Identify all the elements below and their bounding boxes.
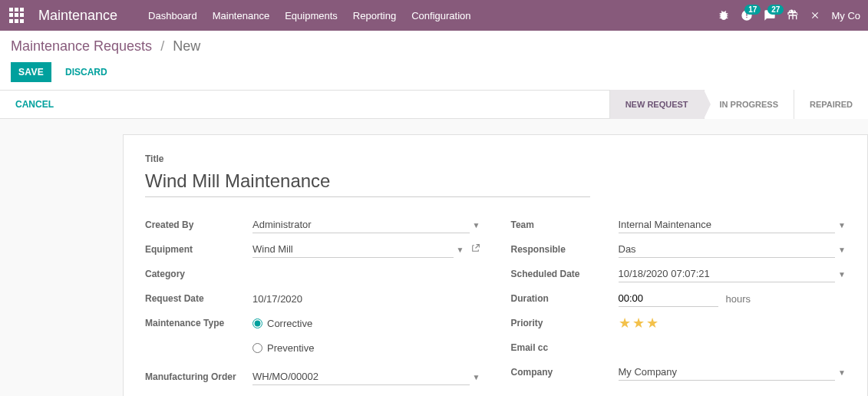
activities-icon[interactable]: 17: [741, 9, 753, 21]
responsible-input[interactable]: [619, 241, 836, 258]
label-responsible: Responsible: [511, 244, 619, 255]
main-menu: Dashboard Maintenance Equipments Reporti…: [148, 10, 470, 21]
nav-maintenance[interactable]: Maintenance: [213, 10, 269, 21]
request-date-value: 10/17/2020: [252, 293, 302, 305]
apps-icon[interactable]: [8, 6, 26, 25]
breadcrumb-bar: Maintenance Requests / New: [0, 31, 868, 58]
bug-icon[interactable]: [718, 9, 730, 21]
label-equipment: Equipment: [145, 244, 252, 255]
messages-icon[interactable]: 27: [764, 9, 776, 21]
label-manufacturing-order: Manufacturing Order: [145, 371, 252, 382]
radio-corrective-label: Corrective: [267, 318, 312, 329]
team-input[interactable]: [619, 216, 836, 233]
label-email-cc: Email cc: [511, 342, 619, 353]
chevron-down-icon[interactable]: ▼: [838, 368, 846, 377]
topbar: Maintenance Dashboard Maintenance Equipm…: [0, 0, 868, 31]
scheduled-date-input[interactable]: [619, 266, 836, 282]
left-column: Created By ▼ Equipment ▼ Category: [145, 216, 480, 396]
chevron-down-icon[interactable]: ▼: [457, 246, 464, 254]
label-company: Company: [511, 367, 619, 378]
save-button[interactable]: SAVE: [11, 62, 51, 82]
action-bar: SAVE DISCARD: [0, 58, 868, 90]
star-icon[interactable]: ★: [632, 315, 645, 332]
star-icon[interactable]: ★: [646, 315, 658, 332]
label-scheduled-date: Scheduled Date: [511, 269, 619, 279]
status-in-progress[interactable]: IN PROGRESS: [704, 90, 794, 119]
priority-stars: ★ ★ ★: [619, 315, 658, 332]
chevron-down-icon[interactable]: ▼: [473, 221, 480, 229]
status-tabs: NEW REQUEST IN PROGRESS REPAIRED: [609, 90, 868, 119]
messages-badge: 27: [767, 5, 784, 15]
chevron-down-icon[interactable]: ▼: [838, 221, 846, 229]
breadcrumb-root[interactable]: Maintenance Requests: [11, 38, 152, 54]
label-duration: Duration: [511, 293, 619, 304]
radio-corrective-input[interactable]: [252, 318, 262, 328]
nav-configuration[interactable]: Configuration: [411, 10, 470, 21]
gift-icon[interactable]: [787, 9, 799, 21]
brand-title: Maintenance: [38, 8, 117, 24]
work-order-input[interactable]: [252, 393, 470, 396]
label-category: Category: [145, 269, 252, 279]
chevron-down-icon[interactable]: ▼: [838, 246, 846, 254]
label-maintenance-type: Maintenance Type: [145, 318, 252, 328]
radio-preventive-input[interactable]: [252, 343, 262, 353]
breadcrumb-sep: /: [160, 38, 164, 54]
created-by-input[interactable]: [252, 216, 470, 233]
right-column: Team ▼ Responsible ▼ Scheduled Date ▼: [511, 216, 847, 396]
chevron-down-icon[interactable]: ▼: [838, 270, 846, 279]
radio-preventive[interactable]: Preventive: [252, 342, 314, 354]
nav-equipments[interactable]: Equipments: [285, 10, 338, 21]
breadcrumb: Maintenance Requests / New: [11, 38, 857, 54]
label-created-by: Created By: [145, 219, 252, 230]
label-request-date: Request Date: [145, 293, 252, 304]
topbar-right: 17 27 My Co: [718, 9, 860, 21]
star-icon[interactable]: ★: [619, 315, 631, 332]
external-link-icon[interactable]: [470, 243, 480, 256]
discard-button[interactable]: DISCARD: [58, 62, 115, 82]
form-sheet: Title Created By ▼ Equipment ▼: [123, 134, 868, 396]
chevron-down-icon[interactable]: ▼: [473, 373, 480, 381]
radio-preventive-label: Preventive: [267, 342, 314, 354]
status-row: CANCEL NEW REQUEST IN PROGRESS REPAIRED: [0, 90, 868, 119]
company-name[interactable]: My Co: [831, 10, 860, 21]
duration-input[interactable]: [619, 290, 718, 307]
title-label: Title: [145, 153, 846, 164]
manufacturing-order-input[interactable]: [252, 368, 470, 385]
close-icon[interactable]: [810, 10, 820, 21]
title-input[interactable]: [145, 167, 590, 197]
company-input[interactable]: [619, 364, 836, 381]
nav-reporting[interactable]: Reporting: [353, 10, 396, 21]
label-priority: Priority: [511, 318, 619, 328]
equipment-input[interactable]: [252, 241, 454, 258]
activities-badge: 17: [744, 5, 761, 15]
nav-dashboard[interactable]: Dashboard: [148, 10, 197, 21]
status-new-request[interactable]: NEW REQUEST: [609, 90, 704, 119]
hours-label: hours: [726, 293, 751, 305]
status-repaired[interactable]: REPAIRED: [794, 90, 868, 119]
cancel-button[interactable]: CANCEL: [15, 99, 54, 110]
breadcrumb-current: New: [173, 38, 200, 54]
radio-corrective[interactable]: Corrective: [252, 318, 312, 329]
label-team: Team: [511, 219, 619, 230]
